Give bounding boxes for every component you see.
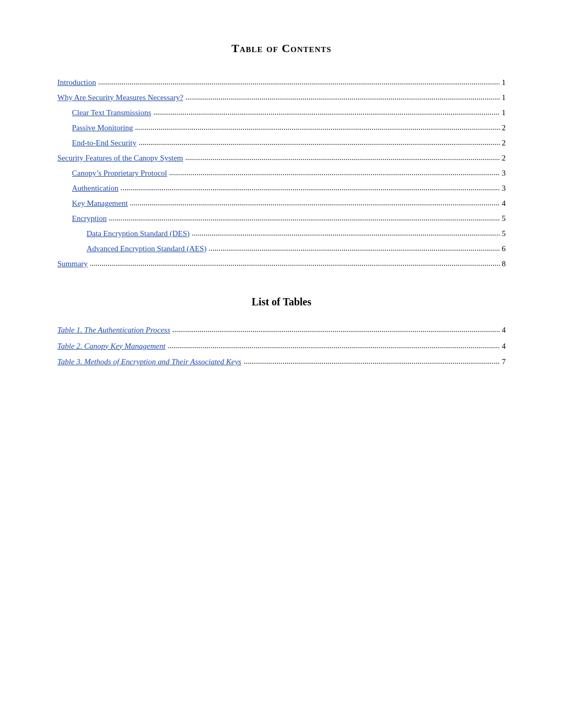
- toc-link[interactable]: Security Features of the Canopy System: [57, 152, 183, 164]
- lot-item: Table 2. Canopy Key Management4: [57, 340, 506, 353]
- toc-dots: [98, 76, 499, 88]
- lot-item: Table 1. The Authentication Process4: [57, 324, 506, 337]
- toc-link[interactable]: Introduction: [57, 76, 96, 89]
- toc-link[interactable]: Passive Monitoring: [72, 121, 133, 134]
- toc-item: Summary8: [57, 257, 506, 270]
- lot-container: Table 1. The Authentication Process4Tabl…: [57, 324, 506, 369]
- toc-title: Table of Contents: [57, 42, 506, 55]
- toc-dots: [130, 196, 499, 209]
- toc-page: 2: [502, 152, 506, 164]
- toc-link[interactable]: Why Are Security Measures Necessary?: [57, 91, 183, 104]
- toc-dots: [90, 257, 499, 269]
- toc-item: Key Management4: [57, 197, 506, 209]
- toc-item: End-to-End Security2: [57, 137, 506, 149]
- toc-link[interactable]: End-to-End Security: [72, 137, 137, 149]
- toc-page: 8: [502, 257, 506, 270]
- toc-page: 6: [502, 242, 506, 255]
- toc-page: 3: [502, 182, 506, 194]
- lot-title: List of Tables: [57, 296, 506, 308]
- toc-dots: [109, 212, 500, 224]
- lot-dots: [243, 355, 500, 368]
- lot-dots: [167, 339, 499, 353]
- toc-item: Authentication3: [57, 182, 506, 194]
- toc-dots: [209, 242, 499, 254]
- toc-page: 1: [502, 91, 506, 104]
- toc-link[interactable]: Summary: [57, 257, 88, 270]
- toc-page: 2: [502, 121, 506, 134]
- toc-dots: [169, 166, 499, 179]
- lot-page: 4: [502, 340, 506, 353]
- toc-dots: [139, 136, 500, 149]
- toc-page: 1: [502, 106, 506, 119]
- toc-item: Security Features of the Canopy System2: [57, 152, 506, 164]
- toc-dots: [120, 181, 499, 194]
- toc-dots: [186, 91, 500, 103]
- toc-page: 5: [502, 212, 506, 225]
- lot-dots: [173, 323, 500, 337]
- toc-link[interactable]: Key Management: [72, 197, 128, 209]
- toc-link[interactable]: Canopy’s Proprietary Protocol: [72, 167, 167, 179]
- toc-item: Data Encryption Standard (DES)5: [57, 227, 506, 240]
- toc-link[interactable]: Encryption: [72, 212, 107, 225]
- lot-item: Table 3. Methods of Encryption and Their…: [57, 355, 506, 369]
- toc-link[interactable]: Authentication: [72, 182, 118, 194]
- toc-item: Advanced Encryption Standard (AES)6: [57, 242, 506, 255]
- toc-dots: [185, 151, 499, 164]
- toc-page: 1: [502, 76, 506, 89]
- toc-item: Introduction1: [57, 76, 506, 89]
- toc-dots: [135, 121, 499, 133]
- toc-item: Clear Text Transmissions1: [57, 106, 506, 119]
- toc-dots: [192, 227, 500, 239]
- lot-page: 7: [502, 355, 506, 369]
- toc-link[interactable]: Clear Text Transmissions: [72, 106, 151, 119]
- toc-page: 5: [502, 227, 506, 240]
- toc-page: 2: [502, 137, 506, 149]
- toc-item: Canopy’s Proprietary Protocol3: [57, 167, 506, 179]
- lot-link[interactable]: Table 3. Methods of Encryption and Their…: [57, 355, 241, 369]
- toc-dots: [153, 106, 499, 118]
- toc-item: Encryption5: [57, 212, 506, 225]
- toc-container: Introduction1Why Are Security Measures N…: [57, 76, 506, 270]
- lot-page: 4: [502, 324, 506, 337]
- lot-link[interactable]: Table 2. Canopy Key Management: [57, 340, 165, 353]
- toc-item: Passive Monitoring2: [57, 121, 506, 134]
- toc-link[interactable]: Advanced Encryption Standard (AES): [87, 242, 206, 255]
- toc-link[interactable]: Data Encryption Standard (DES): [87, 227, 190, 240]
- toc-page: 3: [502, 167, 506, 179]
- lot-link[interactable]: Table 1. The Authentication Process: [57, 324, 170, 337]
- toc-page: 4: [502, 197, 506, 209]
- toc-item: Why Are Security Measures Necessary?1: [57, 91, 506, 104]
